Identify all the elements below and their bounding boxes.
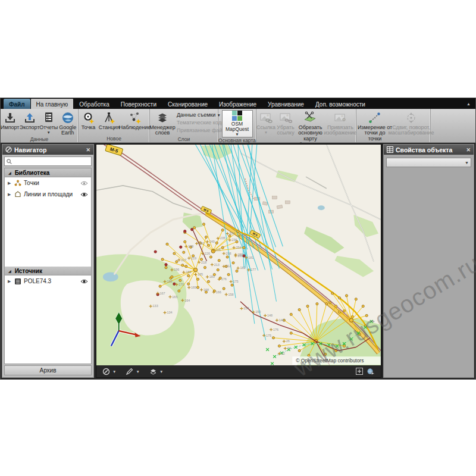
reports-dropdown-caret: ▼ <box>47 131 51 135</box>
svg-text:254: 254 <box>236 246 241 249</box>
tab-extras[interactable]: Доп. возможности <box>310 99 371 109</box>
shift-rotate-scale-button: Сдвиг, поворот, масштабирование <box>393 110 430 136</box>
attach-image-button: Привязать изображение <box>325 110 356 136</box>
map-draw-tool[interactable]: ▼ <box>126 368 139 375</box>
tab-home[interactable]: На главную <box>31 99 74 109</box>
properties-empty-body <box>384 170 474 377</box>
properties-header: Свойства объекта ✕ <box>384 145 474 155</box>
pencil-icon <box>126 368 133 375</box>
dropdown-caret-icon[interactable]: ▼ <box>112 369 116 374</box>
layer-dropdowns: Данные съемки▼ Тематические коды▼ Привяз… <box>174 110 222 133</box>
expand-arrow-icon[interactable]: ▶ <box>8 192 12 197</box>
tree-item-pole-file[interactable]: ▶ POLE74.3 <box>5 275 91 287</box>
ribbon-group-data: Импорт Экспорт Отчеты ▼ Google Ear <box>1 109 79 142</box>
svg-text:169: 169 <box>191 286 196 289</box>
dropdown-survey-data[interactable]: Данные съемки▼ <box>177 112 221 118</box>
expand-arrow-icon[interactable]: ▶ <box>8 181 12 186</box>
svg-text:164: 164 <box>184 299 190 302</box>
dropdown-thematic-codes: Тематические коды▼ <box>177 120 221 126</box>
observation-icon <box>129 111 142 124</box>
pond <box>318 205 325 210</box>
map-view[interactable]: 2347742352362492502482542552252262082001… <box>96 144 381 378</box>
tab-surfaces[interactable]: Поверхности <box>115 99 162 109</box>
crop-basemap-button[interactable]: Обрезать основную карту <box>296 110 325 142</box>
tab-processing[interactable]: Обработка <box>74 99 114 109</box>
svg-text:218: 218 <box>201 261 206 264</box>
map-toolbar: ▼ ▼ ▼ <box>96 365 381 377</box>
svg-text:212: 212 <box>226 264 231 268</box>
svg-text:134: 134 <box>167 311 172 314</box>
expand-arrow-icon[interactable]: ▶ <box>8 279 12 284</box>
unlink-image-icon <box>279 111 292 124</box>
tree-item-points[interactable]: ▶ Точки <box>5 177 91 189</box>
navigator-close-icon[interactable]: ✕ <box>86 147 90 153</box>
svg-text:186: 186 <box>186 270 191 274</box>
group-label-layers: Слои <box>150 136 218 142</box>
object-selector-combobox[interactable]: ▼ <box>386 158 471 167</box>
ribbon: Импорт Экспорт Отчеты ▼ Google Ear <box>1 109 475 143</box>
tab-image[interactable]: Изображение <box>214 99 262 109</box>
svg-text:177: 177 <box>250 268 256 271</box>
dropdown-caret-icon[interactable]: ▼ <box>159 369 163 374</box>
dropdown-caret-icon[interactable]: ▼ <box>136 369 139 374</box>
svg-text:234: 234 <box>230 231 235 235</box>
ribbon-tab-bar: Файл На главную Обработка Поверхности Ск… <box>1 98 475 109</box>
tree-item-lines-areas[interactable]: ▶ Линии и площади <box>5 189 91 200</box>
svg-text:170: 170 <box>178 283 184 286</box>
map-canvas[interactable]: 2347742352362492502482542552252262082001… <box>96 145 381 365</box>
measure-icon <box>368 111 382 124</box>
station-icon <box>103 111 116 124</box>
ribbon-collapse-icon[interactable]: ▲ <box>466 102 472 106</box>
lines-areas-item-icon <box>14 191 21 198</box>
section-library[interactable]: ◢ Библиотека <box>5 168 91 177</box>
reports-icon <box>42 111 55 124</box>
new-station-button[interactable]: Станция <box>98 110 121 130</box>
svg-text:236: 236 <box>231 238 237 242</box>
new-point-button[interactable]: Точка <box>79 110 98 130</box>
globe-view-icon[interactable] <box>367 368 375 375</box>
ribbon-group-layers: Менеджер слоев Данные съемки▼ Тематическ… <box>150 109 218 142</box>
collapse-triangle-icon: ◢ <box>8 171 11 175</box>
visibility-eye-icon[interactable] <box>80 181 88 186</box>
google-earth-button[interactable]: Google Earth <box>58 110 78 136</box>
zoom-extents-icon[interactable] <box>356 368 363 375</box>
ribbon-group-basemap: OSM MapQuest ▼ Основная карта <box>218 109 256 142</box>
tab-adjustment[interactable]: Уравнивание <box>262 99 309 109</box>
map-layers-tool[interactable]: ▼ <box>149 368 163 375</box>
compass-icon <box>102 368 110 375</box>
section-source[interactable]: ◢ Источник <box>5 267 91 275</box>
import-button[interactable]: Импорт <box>1 110 19 130</box>
export-button[interactable]: Экспорт <box>19 110 39 130</box>
search-input[interactable] <box>14 158 89 165</box>
svg-text:165: 165 <box>172 295 177 299</box>
svg-text:188: 188 <box>167 280 172 283</box>
svg-text:148: 148 <box>267 314 273 317</box>
layer-manager-button[interactable]: Менеджер слоев <box>151 110 174 136</box>
navigator-tree: ◢ Библиотека ▶ Точки ▶ Линии и площади <box>4 168 92 364</box>
navigator-panel: Навигатор ✕ ◢ Библиотека ▶ Точки <box>2 144 94 378</box>
archive-bar[interactable]: Архив <box>4 365 92 375</box>
new-observation-button[interactable]: Наблюдение <box>121 110 149 130</box>
ribbon-group-cogo: Измерение от точки до точки Сдвиг, повор… <box>356 109 431 142</box>
measure-point-to-point-button[interactable]: Измерение от точки до точки <box>357 110 393 142</box>
tab-file[interactable]: Файл <box>4 99 30 109</box>
basemap-icon <box>232 111 242 121</box>
visibility-eye-icon[interactable] <box>80 279 88 284</box>
properties-panel: Свойства объекта ✕ ▼ <box>383 144 474 378</box>
svg-text:249: 249 <box>209 240 215 243</box>
osm-mapquest-button[interactable]: OSM MapQuest ▼ <box>222 110 253 137</box>
visibility-eye-icon[interactable] <box>80 192 88 197</box>
svg-text:22: 22 <box>281 352 285 355</box>
properties-close-icon[interactable]: ✕ <box>466 147 471 153</box>
group-label-new: Новое <box>79 136 149 142</box>
svg-text:213: 213 <box>214 263 220 267</box>
svg-text:24: 24 <box>287 346 291 350</box>
reports-button[interactable]: Отчеты ▼ <box>40 110 58 135</box>
svg-text:183: 183 <box>209 275 215 278</box>
collapse-triangle-icon: ◢ <box>8 269 11 273</box>
unlink-button: Убрать ссылку <box>275 110 296 136</box>
map-navigate-tool[interactable]: ▼ <box>102 368 116 375</box>
svg-text:© OpenStreetMap contributors: © OpenStreetMap contributors <box>296 358 364 364</box>
layers-icon <box>156 111 169 124</box>
tab-scanning[interactable]: Сканирование <box>162 99 213 109</box>
